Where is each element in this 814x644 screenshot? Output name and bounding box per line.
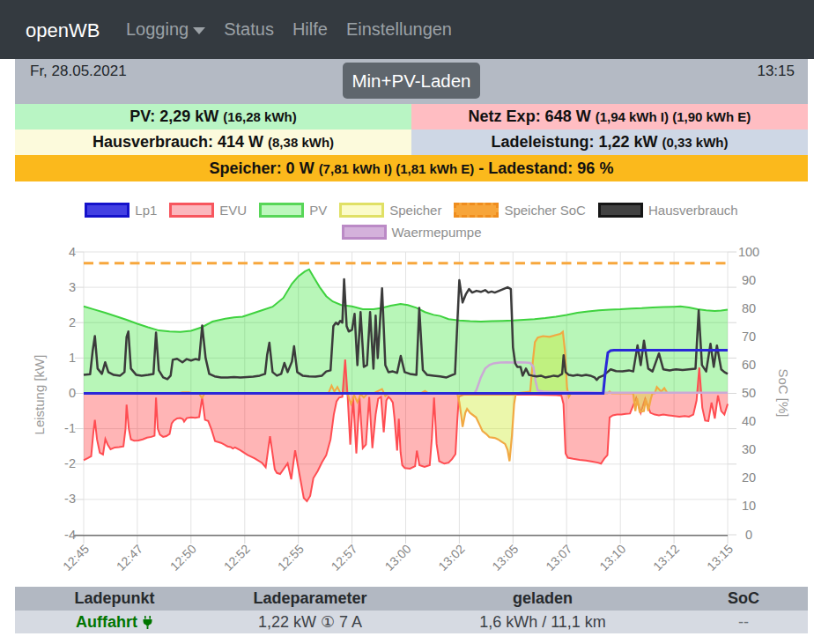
svg-text:12:50: 12:50	[167, 542, 199, 574]
svg-text:90: 90	[742, 273, 756, 287]
svg-text:13:00: 13:00	[382, 542, 414, 574]
svg-text:50: 50	[742, 386, 756, 400]
svg-text:60: 60	[742, 358, 756, 372]
svg-text:20: 20	[742, 470, 756, 485]
svg-text:13:10: 13:10	[596, 542, 628, 574]
svg-text:12:57: 12:57	[329, 542, 360, 574]
svg-text:2: 2	[69, 315, 76, 329]
svg-text:-2: -2	[64, 456, 76, 470]
svg-text:0: 0	[745, 528, 752, 542]
svg-text:0: 0	[69, 386, 76, 400]
svg-text:13:07: 13:07	[543, 542, 574, 574]
svg-text:-3: -3	[64, 492, 76, 506]
svg-text:12:45: 12:45	[60, 542, 92, 574]
svg-text:-4: -4	[64, 528, 76, 542]
svg-text:13:12: 13:12	[650, 542, 682, 574]
svg-text:13:15: 13:15	[704, 542, 736, 574]
svg-text:40: 40	[742, 414, 756, 428]
svg-text:3: 3	[69, 280, 76, 294]
svg-text:-1: -1	[64, 421, 76, 435]
svg-text:12:47: 12:47	[114, 542, 145, 574]
svg-text:Leistung [kW]: Leistung [kW]	[32, 355, 47, 435]
svg-text:12:52: 12:52	[221, 542, 253, 574]
svg-text:30: 30	[742, 442, 756, 456]
svg-text:1: 1	[69, 351, 76, 365]
svg-text:4: 4	[69, 245, 76, 259]
svg-text:100: 100	[738, 245, 759, 259]
svg-text:70: 70	[742, 329, 756, 344]
svg-text:SoC [%]: SoC [%]	[776, 368, 791, 417]
svg-text:13:05: 13:05	[489, 542, 521, 574]
svg-text:12:55: 12:55	[275, 542, 307, 574]
svg-text:80: 80	[742, 301, 756, 315]
svg-text:13:02: 13:02	[435, 542, 467, 574]
svg-text:10: 10	[742, 499, 756, 513]
